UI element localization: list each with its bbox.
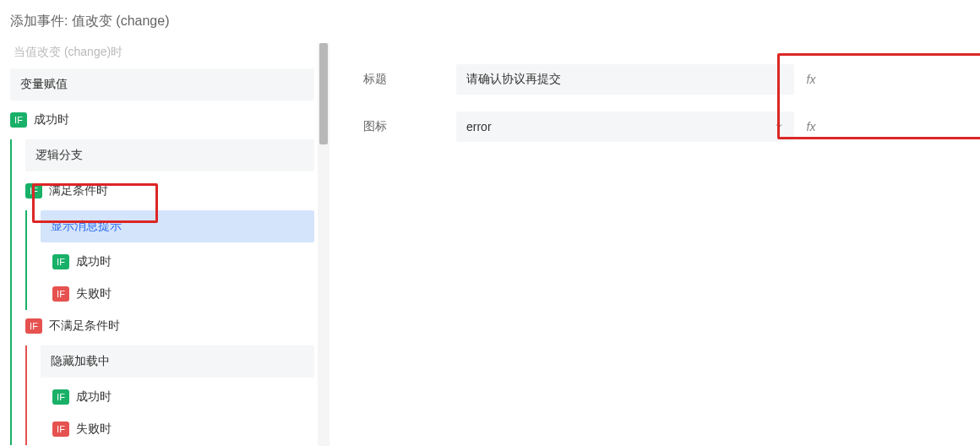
form-label-title: 标题 (363, 72, 456, 87)
fx-button-icon[interactable]: fx (803, 73, 819, 86)
tree-branch-condition-not-met[interactable]: IF 不满足条件时 (25, 310, 314, 342)
if-badge-icon: IF (25, 183, 42, 199)
tree-context-label: 当值改变 (change)时 (10, 43, 314, 65)
tree-branch-condition-met[interactable]: IF 满足条件时 (25, 175, 314, 207)
scrollbar-thumb[interactable] (319, 43, 328, 144)
modal-title: 添加事件: 值改变 (change) (0, 0, 980, 43)
tree-branch-fail-inner[interactable]: IF 失败时 (52, 278, 314, 310)
if-badge-icon: IF (10, 112, 27, 128)
title-input[interactable] (456, 64, 794, 95)
icon-select[interactable]: error (456, 112, 794, 142)
form-label-icon: 图标 (363, 119, 456, 134)
if-badge-icon: IF (52, 286, 69, 302)
chevron-down-icon (774, 121, 784, 133)
tree-node-var-assign[interactable]: 变量赋值 (10, 68, 314, 101)
tree-branch-fail-inner2[interactable]: IF 失败时 (52, 413, 314, 445)
if-badge-icon: IF (52, 389, 69, 405)
if-badge-icon: IF (52, 422, 69, 437)
tree-branch-success-inner[interactable]: IF 成功时 (52, 246, 314, 278)
fx-button-icon[interactable]: fx (803, 120, 819, 133)
tree-node-hide-loading[interactable]: 隐藏加载中 (41, 345, 314, 378)
if-badge-icon: IF (52, 254, 69, 269)
tree-branch-success[interactable]: IF 成功时 (10, 104, 314, 136)
tree-node-logic-branch[interactable]: 逻辑分支 (25, 139, 314, 171)
tree-node-show-toast[interactable]: 显示消息提示 (41, 210, 314, 242)
if-badge-icon: IF (25, 318, 42, 334)
scrollbar-track[interactable] (318, 43, 329, 446)
property-panel: 标题 fx 图标 error fx (329, 43, 980, 446)
event-tree-sidebar: 当值改变 (change)时 变量赋值 IF 成功时 逻辑分支 IF 满足条件时 (0, 43, 329, 446)
tree-branch-success-inner2[interactable]: IF 成功时 (52, 381, 314, 413)
